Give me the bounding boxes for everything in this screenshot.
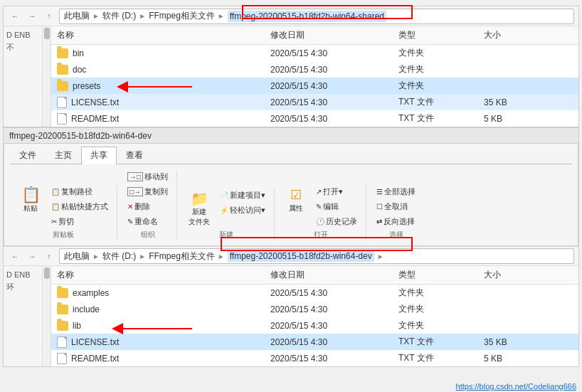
new-item-button[interactable]: 📄 新建项目▾ — [217, 189, 268, 202]
easy-access-button[interactable]: ⚡ 轻松访问▾ — [217, 203, 268, 217]
bottom-nav-item-1[interactable]: D ENB — [5, 269, 41, 280]
clipboard-buttons: 📋 粘贴 📋 复制路径 📋 粘贴快捷方式 — [16, 185, 111, 228]
path-part-2: 软件 (D:) — [102, 10, 136, 22]
select-all-button[interactable]: ☰ 全部选择 — [374, 185, 418, 198]
file-row-presets[interactable]: presets 2020/5/15 4:30 文件夹 — [51, 78, 578, 94]
delete-button[interactable]: ✕ 删除 — [125, 200, 171, 213]
move-to-button[interactable]: →□ 移动到 — [125, 170, 171, 184]
clipboard-sub-buttons: 📋 复制路径 📋 粘贴快捷方式 ✂ 剪切 — [48, 185, 111, 228]
file-row-examples[interactable]: examples 2020/5/15 4:30 文件夹 — [51, 285, 578, 301]
ribbon-group-select: ☰ 全部选择 ☐ 全取消 ⇄ 反向选择 — [368, 185, 424, 240]
bottom-path-sep-1: ► — [92, 253, 100, 260]
copy-to-label: 复制到 — [144, 186, 168, 197]
organize-buttons: →□ 移动到 □→ 复制到 ✕ 删除 — [125, 170, 171, 228]
file-row-license-bottom[interactable]: LICENSE.txt 2020/5/15 4:30 TXT 文件 35 KB — [51, 334, 578, 350]
folder-icon-lib — [57, 321, 68, 331]
top-scroll[interactable] — [43, 26, 51, 127]
open-button[interactable]: ↗ 打开▾ — [313, 185, 360, 198]
cut-label: 剪切 — [58, 216, 74, 227]
bottom-address-path[interactable]: 此电脑 ► 软件 (D:) ► FFmpeg相关文件 ► ffmpeg-2020… — [59, 248, 574, 264]
bottom-scroll[interactable] — [43, 266, 51, 366]
rename-button[interactable]: ✎ 重命名 — [125, 215, 171, 228]
bottom-path-part-3: FFmpeg相关文件 — [149, 250, 215, 263]
file-date-readme-bottom: 2020/5/15 4:30 — [270, 354, 398, 364]
tab-file[interactable]: 文件 — [10, 147, 46, 164]
edit-label: 编辑 — [323, 201, 339, 212]
watermark: https://blog.csdn.net/Codeliang666 — [456, 382, 576, 391]
new-group-label: 新建 — [219, 230, 233, 240]
file-row-bin[interactable]: bin 2020/5/15 4:30 文件夹 — [51, 45, 578, 61]
file-row-lib[interactable]: lib 2020/5/15 4:30 文件夹 — [51, 317, 578, 334]
col-date[interactable]: 修改日期 — [270, 29, 398, 41]
properties-button[interactable]: ☑ 属性 — [282, 185, 310, 215]
bottom-nav-forward-btn[interactable]: → — [25, 249, 39, 263]
bottom-file-rows: examples 2020/5/15 4:30 文件夹 include 2020… — [51, 285, 578, 366]
top-file-list: 名称 修改日期 类型 大小 bin 2020/5/15 4:30 文件夹 — [51, 26, 578, 127]
paste-button[interactable]: 📋 粘贴 — [16, 185, 46, 215]
file-date-presets: 2020/5/15 4:30 — [270, 81, 398, 91]
folder-icon-presets — [57, 81, 68, 91]
file-type-include: 文件夹 — [398, 303, 484, 315]
file-label-lib: lib — [73, 321, 81, 331]
col-type[interactable]: 类型 — [398, 29, 484, 41]
history-button[interactable]: 🕐 历史记录 — [313, 215, 360, 228]
file-name-doc: doc — [57, 65, 270, 75]
file-label-license-bottom: LICENSE.txt — [71, 337, 119, 347]
bottom-col-size[interactable]: 大小 — [484, 269, 541, 281]
open-label: 打开▾ — [323, 186, 343, 197]
copy-path-button[interactable]: 📋 复制路径 — [48, 185, 111, 198]
edit-button[interactable]: ✎ 编辑 — [313, 200, 360, 213]
bottom-nav-up-btn[interactable]: ↑ — [42, 249, 56, 263]
path-part-highlight: ffmpeg-20200515-b18fd2b-win64-shared — [228, 11, 386, 22]
invert-select-button[interactable]: ⇄ 反向选择 — [374, 215, 418, 228]
ribbon: 文件 主页 共享 查看 📋 粘贴 📋 — [4, 144, 578, 246]
file-type-license-bottom: TXT 文件 — [398, 336, 484, 348]
properties-label: 属性 — [289, 203, 303, 213]
bottom-col-type[interactable]: 类型 — [398, 269, 484, 281]
nav-forward-btn[interactable]: → — [25, 9, 39, 23]
deselect-all-button[interactable]: ☐ 全取消 — [374, 200, 418, 213]
file-row-include[interactable]: include 2020/5/15 4:30 文件夹 — [51, 301, 578, 317]
organize-sub-buttons: →□ 移动到 □→ 复制到 ✕ 删除 — [125, 170, 171, 228]
col-size[interactable]: 大小 — [484, 29, 541, 41]
bottom-col-date[interactable]: 修改日期 — [270, 269, 398, 281]
file-label-bin: bin — [73, 48, 84, 58]
nav-items: D ENB 不 — [4, 26, 42, 57]
bottom-panel-content: D ENB 环 名称 修改日期 类型 大小 — [4, 266, 578, 366]
bottom-col-name[interactable]: 名称 — [57, 269, 270, 281]
bottom-nav-back-btn[interactable]: ← — [8, 249, 22, 263]
file-size-license-bottom: 35 KB — [484, 337, 541, 347]
txt-icon-license — [57, 97, 67, 108]
file-name-include: include — [57, 304, 270, 314]
col-name[interactable]: 名称 — [57, 29, 270, 41]
copy-to-button[interactable]: □→ 复制到 — [125, 185, 171, 198]
tab-share[interactable]: 共享 — [81, 147, 117, 164]
file-type-lib: 文件夹 — [398, 319, 484, 332]
new-folder-button[interactable]: 📁 新建 文件夹 — [184, 189, 214, 228]
file-row-license[interactable]: LICENSE.txt 2020/5/15 4:30 TXT 文件 35 KB — [51, 94, 578, 110]
file-size-readme-bottom: 5 KB — [484, 354, 541, 364]
tab-view[interactable]: 查看 — [117, 147, 152, 164]
scroll-thumb-top — [44, 28, 50, 39]
path-sep-1: ► — [92, 12, 100, 20]
copy-path-label: 复制路径 — [61, 186, 92, 197]
nav-up-btn[interactable]: ↑ — [42, 9, 56, 23]
nav-item-2[interactable]: 不 — [5, 41, 41, 54]
organize-group-label: 组织 — [141, 230, 155, 240]
file-row-readme-top[interactable]: README.txt 2020/5/15 4:30 TXT 文件 5 KB — [51, 110, 578, 127]
invert-select-label: 反向选择 — [383, 216, 415, 227]
tab-home[interactable]: 主页 — [46, 147, 81, 164]
history-label: 历史记录 — [326, 216, 357, 227]
top-explorer-panel: ← → ↑ 此电脑 ► 软件 (D:) ► FFmpeg相关文件 ► ffmpe… — [3, 6, 579, 127]
nav-item-1[interactable]: D ENB — [5, 29, 41, 41]
txt-icon-license-bottom — [57, 337, 67, 348]
bottom-nav-item-2[interactable]: 环 — [5, 280, 41, 294]
file-row-doc[interactable]: doc 2020/5/15 4:30 文件夹 — [51, 61, 578, 78]
nav-back-btn[interactable]: ← — [8, 9, 22, 23]
file-size-license: 35 KB — [484, 97, 541, 107]
top-address-path[interactable]: 此电脑 ► 软件 (D:) ► FFmpeg相关文件 ► ffmpeg-2020… — [59, 9, 574, 24]
paste-shortcut-button[interactable]: 📋 粘贴快捷方式 — [48, 200, 111, 213]
file-row-readme-bottom[interactable]: README.txt 2020/5/15 4:30 TXT 文件 5 KB — [51, 350, 578, 366]
cut-button[interactable]: ✂ 剪切 — [48, 215, 111, 228]
file-type-presets: 文件夹 — [398, 80, 484, 92]
